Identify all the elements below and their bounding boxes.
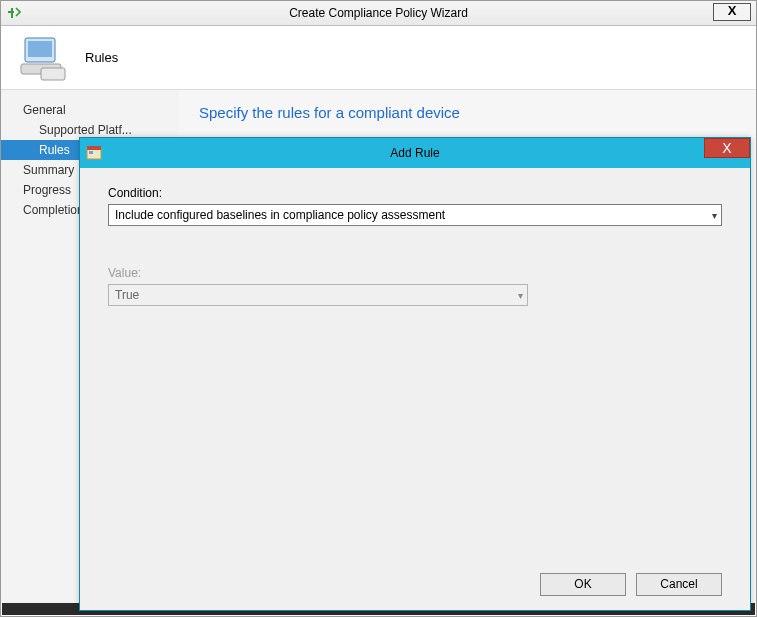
computer-icon [19,34,67,82]
wizard-sys-icon [7,6,21,20]
svg-rect-6 [87,146,101,150]
condition-value: Include configured baselines in complian… [115,208,445,222]
svg-rect-4 [41,68,65,80]
sidebar-item-general[interactable]: General [1,100,179,120]
close-icon: X [722,140,731,156]
condition-label: Condition: [108,186,722,200]
add-rule-dialog: Add Rule X Condition: Include configured… [79,137,751,611]
dialog-buttons: OK Cancel [540,573,722,596]
chevron-down-icon: ▾ [518,290,523,301]
close-icon: X [728,3,737,18]
wizard-header-title: Rules [85,50,118,65]
wizard-titlebar: Create Compliance Policy Wizard X [1,1,756,26]
svg-rect-2 [28,41,52,57]
main-heading: Specify the rules for a compliant device [199,104,736,121]
add-rule-body: Condition: Include configured baselines … [92,168,738,610]
wizard-header: Rules [1,26,756,90]
add-rule-close-button[interactable]: X [704,138,750,158]
cancel-button[interactable]: Cancel [636,573,722,596]
wizard-window: Create Compliance Policy Wizard X Rules … [0,0,757,617]
wizard-title: Create Compliance Policy Wizard [289,6,468,20]
add-rule-title: Add Rule [390,146,439,160]
add-rule-titlebar: Add Rule X [80,138,750,168]
ok-button[interactable]: OK [540,573,626,596]
value-value: True [115,288,139,302]
value-label: Value: [108,266,722,280]
chevron-down-icon: ▾ [712,210,717,221]
wizard-close-button[interactable]: X [713,3,751,21]
value-dropdown: True ▾ [108,284,528,306]
dialog-sys-icon [86,145,102,161]
svg-rect-7 [89,151,93,154]
condition-dropdown[interactable]: Include configured baselines in complian… [108,204,722,226]
